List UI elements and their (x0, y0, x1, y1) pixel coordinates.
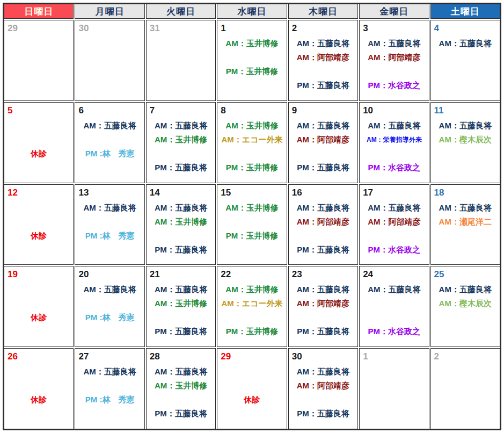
day-number: 29 (217, 350, 286, 365)
schedule-entry: PM：五藤良将 (289, 161, 357, 175)
schedule-entry: PM :林 秀憲 (75, 229, 144, 243)
empty-slot (431, 311, 500, 324)
empty-slot (217, 243, 286, 257)
empty-slot (360, 311, 428, 324)
day-number: 10 (360, 104, 428, 119)
schedule-entry: AM：五藤良将 (289, 283, 357, 297)
empty-slot (75, 161, 144, 175)
schedule-entry: AM：五藤良将 (147, 119, 215, 133)
day-cell: 1 (359, 348, 429, 429)
empty-slot (431, 379, 500, 393)
schedule-entry: AM：阿部靖彦 (360, 215, 428, 229)
day-cell: 19休診 (4, 266, 74, 347)
day-number: 18 (431, 186, 500, 201)
schedule-entry: PM :林 秀憲 (75, 147, 144, 161)
schedule-entry: AM：五藤良将 (75, 283, 144, 297)
day-number: 16 (289, 186, 357, 201)
day-cell: 25AM：五藤良将AM：樫木辰次 (430, 266, 500, 347)
day-cell: 3AM：五藤良将AM：阿部靖彦PM：水谷政之 (359, 20, 429, 101)
schedule-entry: AM：阿部靖彦 (289, 50, 357, 64)
empty-slot (431, 147, 500, 161)
day-number: 30 (289, 350, 357, 365)
header-day-tuesday: 火曜日 (146, 4, 216, 19)
schedule-entry: AM：五藤良将 (360, 283, 428, 297)
day-cell: 9AM：五藤良将AM：阿部靖彦PM：五藤良将 (288, 102, 358, 183)
empty-slot (4, 283, 73, 297)
schedule-entry: PM：玉井博修 (217, 161, 286, 175)
schedule-entry: PM：五藤良将 (289, 407, 357, 421)
empty-slot (217, 78, 286, 92)
schedule-entry: 休診 (4, 393, 73, 407)
schedule-entry: PM：五藤良将 (147, 161, 215, 175)
schedule-entry: AM：玉井博修 (147, 133, 215, 147)
empty-slot (75, 297, 144, 311)
day-number: 23 (289, 268, 357, 283)
schedule-entry: PM :林 秀憲 (75, 393, 144, 407)
day-cell: 24AM：五藤良将PM：水谷政之 (359, 266, 429, 347)
schedule-entry: AM：瀬尾洋二 (431, 215, 500, 229)
day-number: 9 (289, 104, 357, 119)
day-cell: 18AM：五藤良将AM：瀬尾洋二 (430, 184, 500, 265)
day-cell: 2AM：五藤良将AM：阿部靖彦PM：五藤良将 (288, 20, 358, 101)
empty-slot (217, 365, 286, 379)
empty-slot (4, 379, 73, 393)
day-cell: 12休診 (4, 184, 74, 265)
schedule-entry: AM：エコー外来 (217, 133, 286, 147)
day-cell: 20AM：五藤良将PM :林 秀憲 (75, 266, 144, 347)
schedule-entry: PM：水谷政之 (360, 161, 428, 175)
schedule-entry: AM：五藤良将 (360, 37, 428, 50)
schedule-entry: PM：水谷政之 (360, 78, 428, 92)
day-number: 22 (217, 268, 286, 283)
schedule-entry: AM：玉井博修 (217, 201, 286, 215)
schedule-entry: AM：五藤良将 (431, 283, 500, 297)
day-cell: 27AM：五藤良将PM :林 秀憲 (75, 348, 144, 429)
schedule-entry: AM：樫木辰次 (431, 297, 500, 311)
day-number: 29 (4, 22, 73, 37)
schedule-entry: 休診 (4, 229, 73, 243)
day-cell: 15AM：玉井博修PM：玉井博修 (217, 184, 287, 265)
empty-slot (4, 297, 73, 311)
day-cell: 17AM：五藤良将AM：阿部靖彦PM：水谷政之 (359, 184, 429, 265)
empty-slot (4, 37, 73, 50)
empty-slot (75, 133, 144, 147)
empty-slot (431, 161, 500, 175)
empty-slot (431, 78, 500, 92)
header-day-thursday: 木曜日 (288, 4, 358, 19)
day-cell: 28AM：五藤良将AM：玉井博修PM：五藤良将 (146, 348, 216, 429)
day-number: 2 (289, 22, 357, 37)
schedule-entry: AM：五藤良将 (147, 201, 215, 215)
schedule-entry: AM：玉井博修 (217, 37, 286, 50)
empty-slot (75, 243, 144, 257)
schedule-entry: AM：エコー外来 (217, 297, 286, 311)
day-cell: 2 (430, 348, 500, 429)
schedule-entry: AM：玉井博修 (147, 379, 215, 393)
day-number: 21 (147, 268, 215, 283)
schedule-entry: PM：五藤良将 (147, 243, 215, 257)
schedule-entry: PM：水谷政之 (360, 324, 428, 338)
empty-slot (147, 147, 215, 161)
day-cell: 4AM：五藤良将 (430, 20, 500, 101)
empty-slot (431, 407, 500, 421)
empty-slot (360, 407, 428, 421)
empty-slot (431, 50, 500, 64)
schedule-entry: AM：玉井博修 (217, 119, 286, 133)
schedule-entry: PM：玉井博修 (217, 324, 286, 338)
day-cell: 1AM：玉井博修PM：玉井博修 (217, 20, 287, 101)
empty-slot (4, 64, 73, 78)
schedule-entry: AM：五藤良将 (289, 365, 357, 379)
empty-slot (75, 78, 144, 92)
day-number: 7 (147, 104, 215, 119)
schedule-entry: AM：阿部靖彦 (289, 297, 357, 311)
schedule-entry: 休診 (4, 311, 73, 324)
day-number: 17 (360, 186, 428, 201)
doctor-schedule-calendar: 日曜日月曜日火曜日水曜日木曜日金曜日土曜日2930311AM：玉井博修PM：玉井… (3, 3, 501, 430)
day-number: 1 (217, 22, 286, 37)
empty-slot (289, 147, 357, 161)
schedule-entry: PM：五藤良将 (289, 243, 357, 257)
day-number: 13 (75, 186, 144, 201)
schedule-entry: PM：玉井博修 (217, 229, 286, 243)
empty-slot (4, 407, 73, 421)
day-cell: 10AM：五藤良将AM：栄養指導外来PM：水谷政之 (359, 102, 429, 183)
day-number: 24 (360, 268, 428, 283)
header-day-monday: 月曜日 (75, 4, 144, 19)
